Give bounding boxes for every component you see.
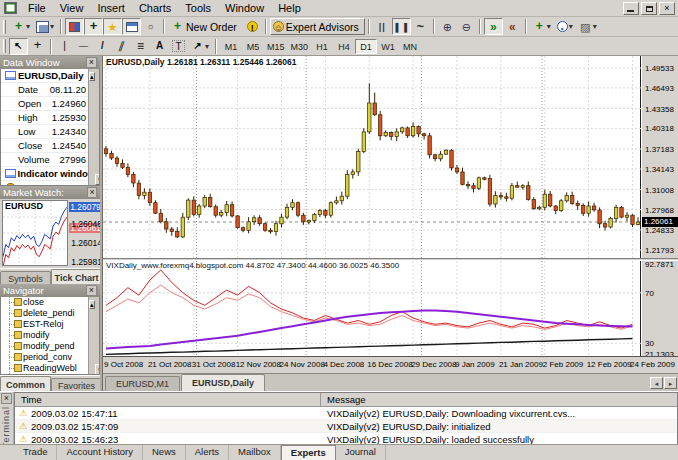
fibonacci-tool-button[interactable]	[131, 38, 150, 55]
timeframe-m5[interactable]: M5	[242, 39, 264, 54]
navigator-item-readingwebl[interactable]: ReadingWebl	[1, 363, 99, 374]
menu-tools[interactable]: Tools	[178, 1, 218, 15]
data-window-toggle-button[interactable]	[84, 18, 103, 35]
terminal-log-row[interactable]: ⚠2009.03.02 15:47:11VIXDaily(v2) EURUSD,…	[15, 407, 677, 420]
horizontal-line-tool-button[interactable]	[74, 38, 93, 55]
hline-icon	[77, 40, 90, 52]
expert-advisors-button[interactable]: Expert Advisors	[270, 18, 365, 35]
new-order-icon	[171, 21, 184, 33]
navigator-item-modify[interactable]: modify	[1, 330, 99, 341]
navigator-toggle-button[interactable]	[103, 18, 122, 35]
column-message[interactable]: Message	[321, 393, 677, 406]
data-window-scrollbar[interactable]: ▴ ▾	[88, 69, 99, 185]
minimize-button[interactable]	[623, 2, 639, 15]
menu-file[interactable]: File	[21, 1, 53, 15]
chart-tab-eurusd-daily[interactable]: EURUSD,Daily	[181, 374, 265, 391]
close-icon[interactable]: ×	[1, 393, 12, 404]
timeframe-d1[interactable]: D1	[355, 39, 377, 54]
indicator-scale[interactable]: 92.7871703021.1303	[642, 261, 678, 356]
menu-insert[interactable]: Insert	[90, 1, 132, 15]
timeframe-m30[interactable]: M30	[288, 39, 312, 54]
price-scale[interactable]: 1.495331.464931.433581.403181.371831.341…	[642, 56, 678, 258]
auto-scroll-button[interactable]	[484, 18, 503, 35]
candlestick-chart-button[interactable]	[392, 18, 411, 35]
menu-charts[interactable]: Charts	[132, 1, 178, 15]
scroll-down-icon[interactable]: ▾	[95, 174, 100, 185]
timeframe-mn[interactable]: MN	[399, 39, 421, 54]
scroll-up-icon[interactable]: ▴	[89, 72, 95, 81]
new-order-button[interactable]: New Order	[168, 18, 243, 35]
terminal-tab-trade[interactable]: Trade	[14, 445, 57, 460]
timeframe-h1[interactable]: H1	[311, 39, 333, 54]
tab-common[interactable]: Common	[0, 376, 51, 391]
timeframe-m1[interactable]: M1	[220, 39, 242, 54]
close-button[interactable]: ×	[659, 2, 675, 15]
terminal-tab-account-history[interactable]: Account History	[57, 445, 143, 460]
navigator-item-period_conv[interactable]: period_conv	[1, 352, 99, 363]
timeframe-w1[interactable]: W1	[377, 39, 399, 54]
navigator-item-close[interactable]: close	[1, 297, 99, 308]
menu-view[interactable]: View	[53, 1, 91, 15]
navigator-item-modify_pend[interactable]: modify_pend	[1, 341, 99, 352]
terminal-tab-experts[interactable]: Experts	[281, 445, 336, 460]
restore-icon	[646, 6, 653, 12]
time-axis[interactable]: 9 Oct 200821 Oct 200831 Oct 200812 Nov 2…	[103, 356, 678, 373]
terminal-tab-news[interactable]: News	[143, 445, 186, 460]
terminal-tab-journal[interactable]: Journal	[336, 445, 386, 460]
window-controls: ×	[623, 2, 676, 15]
toolbar-grip[interactable]	[3, 20, 6, 34]
text-tool-button[interactable]	[150, 38, 169, 55]
market-watch-toggle-button[interactable]	[65, 18, 84, 35]
shapes-tool-button[interactable]: ▾	[188, 38, 212, 55]
line-chart-icon	[414, 21, 427, 33]
tab-symbols[interactable]: Symbols	[0, 271, 51, 284]
label-tool-button[interactable]	[169, 38, 188, 55]
bar-chart-button[interactable]	[373, 18, 392, 35]
zoom-in-button[interactable]	[438, 18, 457, 35]
templates-button[interactable]: ▾	[576, 18, 600, 35]
indicator-plot[interactable]: VIXDaily_www.forexmq4.blogspot.com 44.87…	[103, 261, 641, 356]
toolbar-grip[interactable]	[3, 39, 6, 53]
chart-tabs-bar: EURUSD,M1EURUSD,Daily◂▸	[103, 373, 678, 391]
chart-shift-button[interactable]	[503, 18, 522, 35]
channel-tool-button[interactable]	[112, 38, 131, 55]
zoom-out-button[interactable]	[457, 18, 476, 35]
close-icon[interactable]: ×	[87, 187, 97, 198]
profiles-button[interactable]: ▾	[33, 18, 57, 35]
close-icon[interactable]: ×	[86, 285, 97, 296]
terminal-toggle-button[interactable]	[122, 18, 141, 35]
cursor-tool-button[interactable]	[9, 38, 28, 55]
terminal-log-row[interactable]: ⚠2009.03.02 15:47:09VIXDaily(v2) EURUSD,…	[15, 420, 677, 433]
menu-help[interactable]: Help	[271, 1, 308, 15]
terminal-tab-mailbox[interactable]: Mailbox	[229, 445, 281, 460]
scroll-right-icon[interactable]: ▸	[664, 377, 677, 389]
time-axis-label: 16 Dec 2008	[367, 360, 412, 369]
candlestick-plot[interactable]: EURUSD,Daily 1.26181 1.26311 1.25446 1.2…	[103, 56, 641, 258]
chart-tab-eurusd-m1[interactable]: EURUSD,M1	[105, 376, 180, 391]
vertical-line-tool-button[interactable]	[55, 38, 74, 55]
close-icon[interactable]: ×	[86, 57, 97, 68]
crosshair-tool-button[interactable]	[28, 38, 47, 55]
scroll-left-icon[interactable]: ◂	[650, 377, 663, 389]
tab-favorites[interactable]: Favorites	[51, 378, 102, 391]
tab-tick-chart[interactable]: Tick Chart	[51, 269, 102, 284]
strategy-tester-toggle-button[interactable]	[141, 18, 160, 35]
trendline-tool-button[interactable]	[93, 38, 112, 55]
column-time[interactable]: Time	[15, 393, 321, 406]
new-chart-button[interactable]: ▾	[9, 18, 33, 35]
data-label: Open	[4, 97, 46, 110]
menu-window[interactable]: Window	[218, 1, 271, 15]
timeframe-h4[interactable]: H4	[333, 39, 355, 54]
navigator-item-delete_pendi[interactable]: delete_pendi	[1, 308, 99, 319]
periods-button[interactable]: ▾	[554, 18, 576, 35]
terminal-tab-alerts[interactable]: Alerts	[186, 445, 229, 460]
line-chart-button[interactable]	[411, 18, 430, 35]
label-icon	[172, 40, 185, 52]
market-watch-title: Market Watch: 15:47:29	[3, 186, 87, 199]
restore-button[interactable]	[641, 2, 657, 15]
alert-button[interactable]	[243, 18, 262, 35]
indicators-button[interactable]: ▾	[530, 18, 554, 35]
timeframe-m15[interactable]: M15	[264, 39, 288, 54]
navigator-item-est-reloj[interactable]: EST-Reloj	[1, 319, 99, 330]
periods-icon	[557, 21, 568, 32]
